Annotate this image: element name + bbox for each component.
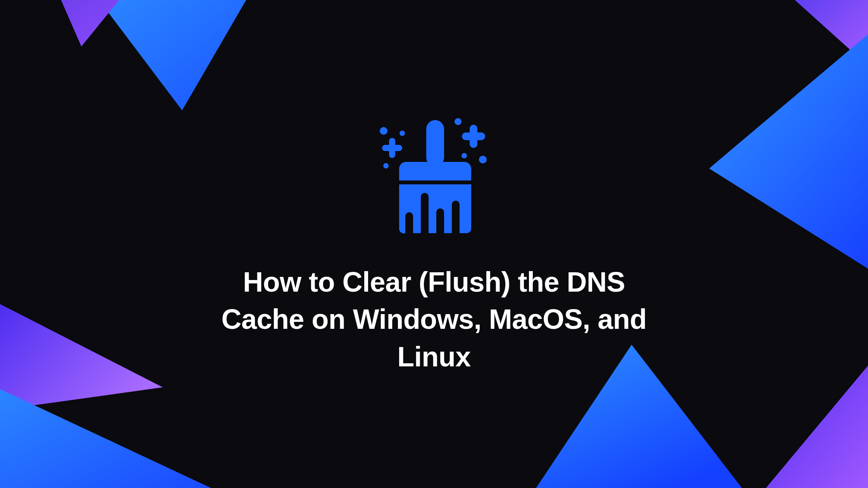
decor-triangle-right-blue (709, 31, 868, 271)
svg-point-19 (462, 153, 467, 158)
svg-point-15 (400, 131, 405, 136)
hero: How to Clear (Flush) the DNS Cache on Wi… (217, 116, 651, 375)
svg-marker-3 (709, 31, 868, 271)
svg-marker-5 (0, 387, 244, 488)
decor-triangle-top-left-purple (54, 0, 132, 46)
decor-triangle-bottom-left-blue (0, 341, 244, 488)
svg-rect-8 (426, 120, 444, 167)
page-title: How to Clear (Flush) the DNS Cache on Wi… (217, 263, 651, 375)
svg-point-18 (479, 156, 487, 163)
svg-rect-11 (382, 145, 402, 151)
svg-point-17 (455, 118, 462, 125)
decor-triangle-bottom-right-purple (713, 356, 868, 488)
svg-rect-9 (399, 180, 471, 184)
svg-point-14 (380, 127, 388, 135)
svg-rect-13 (462, 132, 485, 140)
svg-marker-1 (54, 0, 132, 46)
svg-point-16 (383, 163, 389, 168)
sparkle-brush-icon (368, 116, 500, 240)
svg-marker-7 (760, 356, 868, 488)
